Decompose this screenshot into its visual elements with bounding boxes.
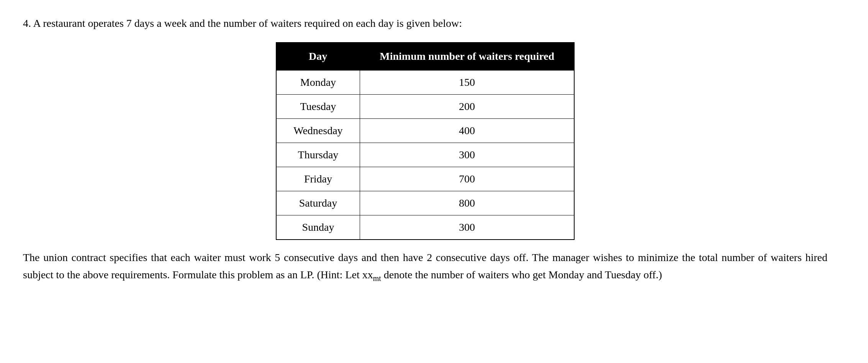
table-row: Saturday800 [276,191,574,215]
col-count-header: Minimum number of waiters required [360,43,574,70]
waiters-table: Day Minimum number of waiters required M… [276,42,575,240]
table-cell-count: 300 [360,143,574,167]
col-day-header: Day [276,43,360,70]
table-cell-count: 800 [360,191,574,215]
table-row: Sunday300 [276,215,574,240]
table-cell-count: 400 [360,119,574,143]
table-cell-day: Wednesday [276,119,360,143]
table-cell-day: Friday [276,167,360,191]
table-cell-day: Tuesday [276,95,360,119]
table-row: Friday700 [276,167,574,191]
table-header-row: Day Minimum number of waiters required [276,43,574,70]
table-cell-day: Sunday [276,215,360,240]
table-cell-count: 150 [360,70,574,95]
problem-number: 4. [23,17,31,29]
table-wrapper: Day Minimum number of waiters required M… [23,42,827,240]
table-body: Monday150Tuesday200Wednesday400Thursday3… [276,70,574,240]
problem-container: 4. A restaurant operates 7 days a week a… [23,15,827,284]
table-row: Tuesday200 [276,95,574,119]
problem-footer: The union contract specifies that each w… [23,249,827,284]
x-variable: xmt [368,269,381,281]
table-cell-day: Thursday [276,143,360,167]
table-row: Monday150 [276,70,574,95]
table-cell-day: Monday [276,70,360,95]
table-cell-count: 200 [360,95,574,119]
table-row: Wednesday400 [276,119,574,143]
problem-intro: 4. A restaurant operates 7 days a week a… [23,15,827,31]
table-row: Thursday300 [276,143,574,167]
table-cell-count: 700 [360,167,574,191]
table-cell-day: Saturday [276,191,360,215]
problem-intro-body: A restaurant operates 7 days a week and … [33,17,462,29]
subscript-mt: mt [373,274,381,282]
footer-text-2: denote the number of waiters who get Mon… [381,269,662,281]
table-cell-count: 300 [360,215,574,240]
